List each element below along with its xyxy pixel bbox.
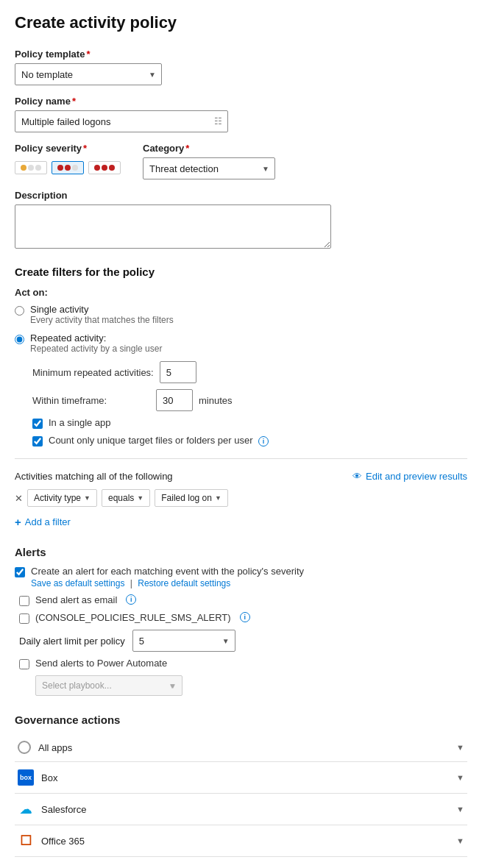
- playbook-placeholder: Select playbook...: [42, 680, 112, 691]
- count-unique-info-icon[interactable]: i: [258, 436, 269, 447]
- count-unique-label-group: Count only unique target files or folder…: [49, 435, 269, 447]
- severity-low-dot2: [28, 165, 34, 171]
- policy-template-group: Policy template* No template ▼: [15, 49, 467, 85]
- google-workspace-icon: G: [18, 864, 34, 868]
- filter-value-btn[interactable]: Failed log on ▼: [155, 489, 228, 507]
- governance-section: Governance actions All apps ▼ box Box ▼ …: [15, 714, 467, 868]
- add-filter-btn[interactable]: + Add a filter: [15, 513, 71, 531]
- page-title: Create activity policy: [15, 13, 467, 32]
- policy-severity-group: Policy severity*: [15, 143, 121, 174]
- add-filter-label: Add a filter: [25, 516, 71, 527]
- repeated-activity-label-group: Repeated activity: Repeated activity by …: [30, 332, 162, 354]
- edit-preview-link[interactable]: 👁 Edit and preview results: [352, 471, 467, 482]
- daily-limit-dropdown-wrapper: 5 1 10 20 50 ▼: [132, 630, 235, 652]
- minutes-label: minutes: [199, 395, 233, 406]
- severity-category-row: Policy severity*: [15, 143, 467, 179]
- governance-box[interactable]: box Box ▼: [15, 762, 467, 794]
- governance-office365[interactable]: ☐ Office 365 ▼: [15, 825, 467, 857]
- power-automate-row: Send alerts to Power Automate: [19, 658, 467, 669]
- governance-all-apps[interactable]: All apps ▼: [15, 733, 467, 762]
- in-single-app-checkbox[interactable]: [32, 419, 43, 429]
- category-label: Category*: [143, 143, 275, 154]
- daily-limit-row: Daily alert limit per policy 5 1 10 20 5…: [19, 630, 467, 652]
- single-activity-label-group: Single activity Every activity that matc…: [30, 304, 174, 325]
- matching-label: Activities matching all of the following: [15, 471, 173, 482]
- add-filter-plus-icon: +: [15, 516, 21, 528]
- severity-med-dot2: [65, 165, 71, 171]
- equals-filter-btn[interactable]: equals ▼: [102, 489, 150, 507]
- description-label: Description: [15, 190, 467, 201]
- policy-name-input[interactable]: [15, 110, 228, 132]
- box-label: Box: [41, 772, 57, 783]
- alerts-section: Alerts Create an alert for each matching…: [15, 546, 467, 696]
- severity-low-dot1: [21, 165, 26, 171]
- create-alert-checkbox[interactable]: [15, 567, 25, 577]
- single-activity-radio[interactable]: [15, 306, 24, 316]
- activity-type-filter-btn[interactable]: Activity type ▼: [27, 489, 97, 507]
- restore-default-link[interactable]: Restore default settings: [138, 578, 230, 588]
- send-email-row: Send alert as email i: [19, 594, 467, 606]
- google-workspace-left: G Google Workspace: [18, 864, 122, 868]
- within-timeframe-field: Within timeframe: minutes: [32, 389, 467, 411]
- filters-section-title: Create filters for the policy: [15, 266, 467, 278]
- send-email-info-icon[interactable]: i: [126, 594, 136, 605]
- category-dropdown-wrapper: Threat detection ▼: [143, 157, 275, 179]
- box-left: box Box: [18, 769, 57, 786]
- within-timeframe-input[interactable]: [156, 389, 193, 411]
- single-activity-main-label: Single activity: [30, 304, 174, 315]
- count-unique-label: Count only unique target files or folder…: [49, 435, 253, 446]
- filter-value-label: Failed log on: [161, 493, 212, 503]
- power-automate-checkbox[interactable]: [19, 659, 29, 669]
- save-default-link[interactable]: Save as default settings: [31, 578, 124, 588]
- category-group: Category* Threat detection ▼: [143, 143, 275, 179]
- count-unique-checkbox[interactable]: [32, 436, 43, 447]
- description-input[interactable]: [15, 204, 331, 249]
- box-chevron-icon: ▼: [456, 773, 464, 782]
- minimum-activities-field: Minimum repeated activities:: [32, 361, 467, 383]
- policy-template-select[interactable]: No template: [15, 63, 162, 85]
- policy-name-icon: ☷: [214, 116, 222, 127]
- alerts-title: Alerts: [15, 546, 467, 558]
- all-apps-label: All apps: [38, 742, 72, 753]
- separator: |: [130, 578, 135, 588]
- send-email-checkbox[interactable]: [19, 596, 29, 606]
- in-single-app-row: In a single app: [32, 417, 467, 429]
- sms-alert-info-icon[interactable]: i: [240, 612, 250, 622]
- severity-medium-btn[interactable]: [52, 161, 84, 174]
- repeated-activity-option: Repeated activity: Repeated activity by …: [15, 332, 467, 354]
- sms-alert-checkbox[interactable]: [19, 613, 29, 624]
- repeated-activity-options: Minimum repeated activities: Within time…: [32, 361, 467, 447]
- daily-limit-select[interactable]: 5 1 10 20 50: [132, 630, 235, 652]
- policy-severity-label: Policy severity*: [15, 143, 121, 154]
- eye-icon: 👁: [352, 471, 362, 482]
- sms-alert-label: (CONSOLE_POLICIES_RULE_SMS_ALERT): [35, 612, 231, 623]
- description-group: Description: [15, 190, 467, 251]
- category-select[interactable]: Threat detection: [143, 157, 275, 179]
- repeated-activity-radio[interactable]: [15, 335, 24, 344]
- minimum-activities-input[interactable]: [160, 361, 196, 383]
- governance-title: Governance actions: [15, 714, 467, 726]
- severity-high-btn[interactable]: [88, 161, 121, 174]
- remove-filter-icon[interactable]: ✕: [15, 493, 23, 504]
- severity-med-dot1: [57, 165, 63, 171]
- alert-sub-options: Send alert as email i (CONSOLE_POLICIES_…: [19, 594, 467, 696]
- severity-low-dot3: [35, 165, 41, 171]
- create-alert-row: Create an alert for each matching event …: [15, 566, 467, 588]
- salesforce-label: Salesforce: [41, 804, 86, 815]
- severity-high-dot2: [102, 165, 107, 171]
- act-on-label: Act on:: [15, 287, 467, 298]
- governance-salesforce[interactable]: ☁ Salesforce ▼: [15, 794, 467, 825]
- repeated-activity-sub-label: Repeated activity by a single user: [30, 344, 162, 354]
- policy-template-label: Policy template*: [15, 49, 467, 60]
- filter-header: Activities matching all of the following…: [15, 471, 467, 482]
- create-alert-label: Create an alert for each matching event …: [31, 566, 304, 577]
- within-timeframe-label: Within timeframe:: [32, 395, 150, 406]
- office365-icon: ☐: [18, 833, 34, 849]
- activity-type-label: Activity type: [34, 493, 81, 503]
- severity-low-btn[interactable]: [15, 161, 47, 174]
- severity-options: [15, 161, 121, 174]
- box-icon: box: [18, 769, 34, 786]
- divider1: [15, 458, 467, 459]
- activity-type-chevron-icon: ▼: [84, 494, 91, 502]
- governance-google-workspace[interactable]: G Google Workspace ▼: [15, 857, 467, 868]
